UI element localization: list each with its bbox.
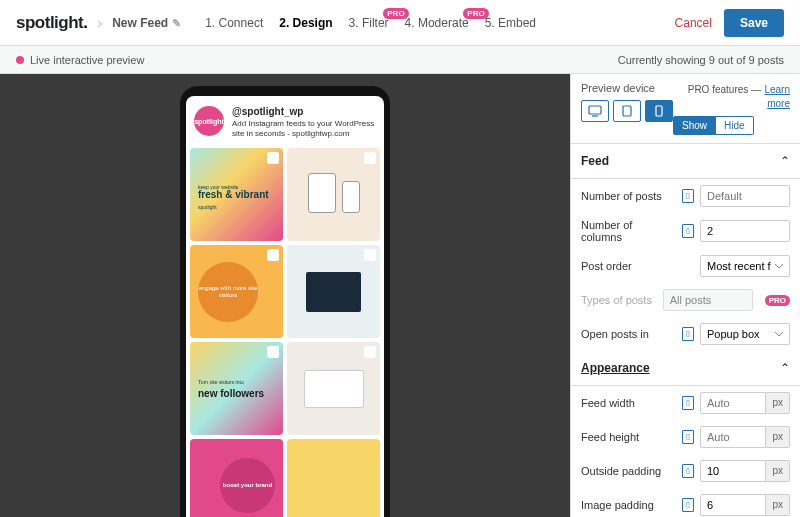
mobile-icon[interactable]: ▯	[682, 498, 694, 512]
profile-bio: Add Instagram feeds to your WordPress si…	[232, 119, 376, 138]
svg-rect-3	[656, 106, 662, 116]
svg-rect-0	[589, 106, 601, 114]
step-design[interactable]: 2. Design	[279, 16, 332, 30]
svg-rect-2	[623, 106, 631, 116]
wizard-steps: 1. Connect 2. Design 3. FilterPRO 4. Mod…	[197, 16, 544, 30]
cancel-button[interactable]: Cancel	[675, 16, 712, 30]
mobile-icon[interactable]: ▯	[682, 464, 694, 478]
profile-handle: @spotlight_wp	[232, 106, 376, 117]
post-order-label: Post order	[581, 260, 694, 272]
mobile-icon[interactable]: ▯	[682, 224, 694, 238]
step-moderate[interactable]: 4. ModeratePRO	[405, 16, 469, 30]
post-item[interactable]: keep your websitefresh & vibrantspotligh…	[190, 148, 283, 241]
unit-label: px	[766, 494, 790, 516]
pro-badge: PRO	[765, 295, 790, 306]
outside-padding-label: Outside padding	[581, 465, 676, 477]
carousel-icon	[364, 249, 376, 261]
unit-label: px	[766, 392, 790, 414]
post-count-label: Currently showing 9 out of 9 posts	[618, 54, 784, 66]
preview-device-label: Preview device	[581, 82, 673, 94]
post-item[interactable]	[287, 148, 380, 241]
device-desktop-button[interactable]	[581, 100, 609, 122]
mobile-icon[interactable]: ▯	[682, 430, 694, 444]
feed-width-label: Feed width	[581, 397, 676, 409]
profile-header: spotlight @spotlight_wp Add Instagram fe…	[186, 96, 384, 148]
carousel-icon	[267, 346, 279, 358]
post-item[interactable]: boost your brand	[190, 439, 283, 517]
types-label: Types of posts	[581, 294, 657, 306]
mobile-icon[interactable]: ▯	[682, 396, 694, 410]
save-button[interactable]: Save	[724, 9, 784, 37]
types-value: All posts	[663, 289, 753, 311]
chevron-up-icon: ⌃	[780, 361, 790, 375]
step-embed[interactable]: 5. Embed	[485, 16, 536, 30]
settings-sidebar: Preview device PRO features — Learn more…	[570, 74, 800, 517]
step-connect[interactable]: 1. Connect	[205, 16, 263, 30]
unit-label: px	[766, 426, 790, 448]
live-preview-label: Live interactive preview	[30, 54, 144, 66]
image-padding-label: Image padding	[581, 499, 676, 511]
feed-width-input[interactable]	[700, 392, 766, 414]
post-item[interactable]	[287, 342, 380, 435]
carousel-icon	[267, 249, 279, 261]
post-item[interactable]: engage with more site visitors	[190, 245, 283, 338]
mobile-icon[interactable]: ▯	[682, 327, 694, 341]
carousel-icon	[267, 152, 279, 164]
open-in-select[interactable]: Popup box	[700, 323, 790, 345]
device-mobile-button[interactable]	[645, 100, 673, 122]
feed-grid: keep your websitefresh & vibrantspotligh…	[186, 148, 384, 517]
outside-padding-input[interactable]	[700, 460, 766, 482]
edit-icon[interactable]: ✎	[172, 17, 181, 29]
phone-mockup: spotlight @spotlight_wp Add Instagram fe…	[180, 86, 390, 517]
unit-label: px	[766, 460, 790, 482]
feed-height-label: Feed height	[581, 431, 676, 443]
image-padding-input[interactable]	[700, 494, 766, 516]
pro-show-button[interactable]: Show	[673, 116, 716, 135]
preview-area: spotlight @spotlight_wp Add Instagram fe…	[0, 74, 570, 517]
learn-more-link[interactable]: Learn more	[764, 84, 790, 109]
post-order-select[interactable]: Most recent first	[700, 255, 790, 277]
device-tablet-button[interactable]	[613, 100, 641, 122]
chevron-up-icon: ⌃	[780, 154, 790, 168]
feed-name[interactable]: New Feed✎	[112, 16, 181, 30]
avatar: spotlight	[194, 106, 224, 136]
pro-features-label: PRO features —	[688, 84, 761, 95]
num-cols-input[interactable]	[700, 220, 790, 242]
open-in-label: Open posts in	[581, 328, 676, 340]
chevron-right-icon: ›	[98, 15, 103, 31]
post-item[interactable]	[287, 245, 380, 338]
live-indicator-icon	[16, 56, 24, 64]
section-appearance-header[interactable]: Appearance ⌃	[571, 351, 800, 386]
carousel-icon	[364, 346, 376, 358]
logo: spotlight.	[16, 13, 88, 33]
step-filter[interactable]: 3. FilterPRO	[349, 16, 389, 30]
num-posts-label: Number of posts	[581, 190, 676, 202]
feed-height-input[interactable]	[700, 426, 766, 448]
mobile-icon[interactable]: ▯	[682, 189, 694, 203]
top-bar: spotlight. › New Feed✎ 1. Connect 2. Des…	[0, 0, 800, 46]
status-bar: Live interactive preview Currently showi…	[0, 46, 800, 74]
carousel-icon	[364, 152, 376, 164]
post-item[interactable]: Turn site visitors intonew followers	[190, 342, 283, 435]
post-item[interactable]	[287, 439, 380, 517]
pro-hide-button[interactable]: Hide	[716, 116, 754, 135]
num-posts-input[interactable]	[700, 185, 790, 207]
num-cols-label: Number of columns	[581, 219, 676, 243]
section-feed-header[interactable]: Feed ⌃	[571, 144, 800, 179]
